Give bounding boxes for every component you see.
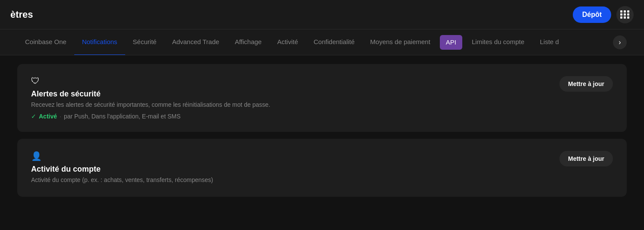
nav-tabs: Coinbase One Notifications Sécurité Adva…	[17, 29, 609, 55]
dot	[620, 16, 622, 19]
page-title: ètres	[10, 9, 33, 20]
tab-liste[interactable]: Liste d	[532, 29, 567, 55]
account-activity-title: Activité du compte	[31, 165, 213, 174]
dot	[624, 16, 626, 19]
account-activity-description: Activité du compte (p. ex. : achats, ven…	[31, 176, 213, 185]
tab-coinbase-one[interactable]: Coinbase One	[17, 29, 74, 55]
shield-icon: 🛡	[31, 76, 270, 86]
nav-container: Coinbase One Notifications Sécurité Adva…	[0, 29, 644, 55]
dot	[624, 10, 626, 13]
header-right: Dépôt	[573, 6, 634, 23]
tab-activite[interactable]: Activité	[269, 29, 306, 55]
dot	[627, 13, 629, 16]
tab-api[interactable]: API	[440, 35, 462, 50]
tab-moyens-de-paiement[interactable]: Moyens de paiement	[363, 29, 438, 55]
tab-securite[interactable]: Sécurité	[125, 29, 164, 55]
tab-confidentialite[interactable]: Confidentialité	[306, 29, 363, 55]
check-icon: ✓	[31, 113, 36, 120]
depot-button[interactable]: Dépôt	[573, 6, 611, 23]
header: ètres Dépôt	[0, 0, 644, 29]
dot	[627, 16, 629, 19]
dot	[627, 10, 629, 13]
main-content: 🛡 Alertes de sécurité Recevez les alerte…	[0, 55, 644, 230]
security-alerts-status: ✓ Activé · par Push, Dans l'application,…	[31, 113, 270, 120]
grid-dots	[620, 10, 630, 19]
dot	[620, 10, 622, 13]
card-left: 🛡 Alertes de sécurité Recevez les alerte…	[31, 76, 270, 120]
security-alerts-description: Recevez les alertes de sécurité importan…	[31, 100, 270, 109]
security-alerts-title: Alertes de sécurité	[31, 89, 270, 99]
dot	[624, 13, 626, 16]
tab-affichage[interactable]: Affichage	[227, 29, 269, 55]
chevron-right-icon: ›	[619, 38, 621, 46]
apps-icon[interactable]	[616, 6, 634, 23]
card-left: 👤 Activité du compte Activité du compte …	[31, 151, 213, 185]
account-activity-card: 👤 Activité du compte Activité du compte …	[17, 139, 627, 197]
user-icon: 👤	[31, 151, 213, 161]
dot	[620, 13, 622, 16]
tab-notifications[interactable]: Notifications	[74, 29, 125, 55]
card-header: 👤 Activité du compte Activité du compte …	[31, 151, 613, 185]
status-separator: ·	[60, 113, 61, 120]
tab-advanced-trade[interactable]: Advanced Trade	[164, 29, 227, 55]
tab-limites-du-compte[interactable]: Limites du compte	[464, 29, 532, 55]
account-activity-update-button[interactable]: Mettre à jour	[559, 151, 613, 166]
security-alerts-update-button[interactable]: Mettre à jour	[559, 76, 613, 92]
status-active-label: Activé	[39, 113, 57, 120]
security-alerts-card: 🛡 Alertes de sécurité Recevez les alerte…	[17, 64, 627, 132]
status-channels: par Push, Dans l'application, E-mail et …	[64, 113, 180, 120]
card-header: 🛡 Alertes de sécurité Recevez les alerte…	[31, 76, 613, 120]
nav-next-arrow[interactable]: ›	[613, 35, 627, 49]
